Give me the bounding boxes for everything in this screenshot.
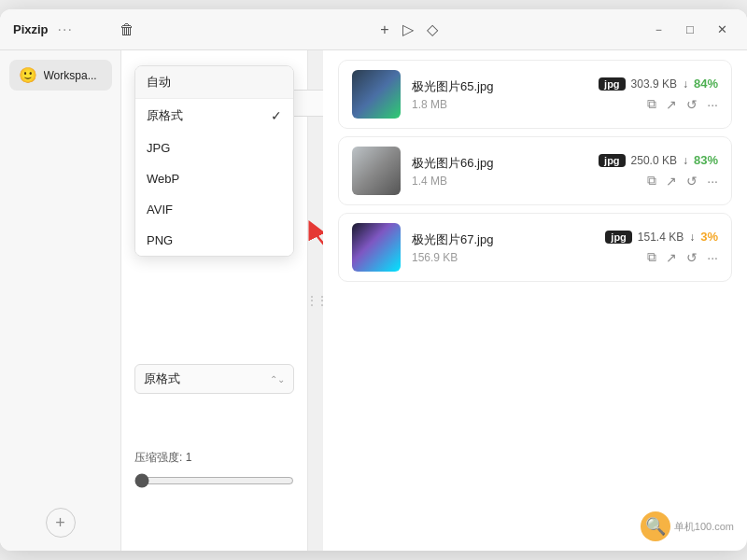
watermark-logo: 🔍 (641, 511, 670, 541)
file-size-orig-2: 1.4 MB (412, 175, 587, 188)
main-content: 🙂 Workspa... + 图标 名称 🙂 宽 高 (0, 50, 747, 551)
file-meta-2: jpg 250.0 KB ↓ 83% ⧉ ↗ ↺ ··· (599, 153, 718, 189)
sidebar-bottom: + (46, 91, 76, 551)
file-info-3: 极光图片67.jpg 156.9 KB (412, 231, 594, 264)
file-thumb-2 (352, 147, 401, 195)
settings-panel: 图标 名称 🙂 宽 高 自动 原格式 ✓ (121, 50, 308, 551)
refresh-button-1[interactable]: ↺ (686, 97, 698, 112)
diamond-icon[interactable]: ◇ (427, 21, 438, 38)
percent-badge-2: 83% (694, 153, 718, 167)
file-list-container: 极光图片65.jpg 1.8 MB jpg 303.9 KB ↓ 84% ⧉ ↗ (323, 50, 747, 551)
app-menu-dots[interactable]: ··· (58, 21, 73, 38)
watermark: 🔍 单机100.com (641, 511, 734, 541)
file-actions-3: ⧉ ↗ ↺ ··· (647, 249, 718, 265)
more-button-2[interactable]: ··· (707, 174, 718, 189)
format-dropdown-wrapper: 自动 原格式 ✓ JPG WebP AVIF PNG (134, 215, 294, 394)
file-name-2: 极光图片66.jpg (412, 155, 587, 172)
file-card-1: 极光图片65.jpg 1.8 MB jpg 303.9 KB ↓ 84% ⧉ ↗ (338, 60, 732, 129)
size-badge-2: 250.0 KB (631, 154, 677, 167)
format-badge-1: jpg (599, 77, 626, 91)
dropdown-jpg-option[interactable]: JPG (135, 133, 293, 163)
file-badges-2: jpg 250.0 KB ↓ 83% (599, 153, 718, 167)
workspace-icon: 🙂 (19, 66, 37, 84)
maximize-button[interactable]: □ (678, 18, 702, 42)
open-button-3[interactable]: ↗ (666, 250, 677, 265)
arrow-icon-2: ↓ (683, 154, 688, 167)
format-badge-2: jpg (599, 154, 626, 167)
file-badges-1: jpg 303.9 KB ↓ 84% (599, 77, 718, 91)
check-icon: ✓ (271, 108, 282, 123)
file-list: 极光图片65.jpg 1.8 MB jpg 303.9 KB ↓ 84% ⧉ ↗ (323, 50, 747, 291)
file-size-orig-1: 1.8 MB (412, 98, 587, 111)
format-dropdown-menu: 自动 原格式 ✓ JPG WebP AVIF PNG (134, 65, 294, 257)
dropdown-avif-option[interactable]: AVIF (135, 194, 293, 225)
file-name-1: 极光图片65.jpg (412, 78, 587, 95)
file-thumb-1 (352, 70, 401, 119)
workspace-name: Workspa... (44, 69, 97, 82)
close-button[interactable]: ✕ (710, 18, 734, 42)
app-window: Pixzip ··· 🗑 + ▷ ◇ － □ ✕ 🙂 Workspa... + (0, 9, 747, 551)
refresh-button-2[interactable]: ↺ (686, 174, 698, 189)
trash-icon[interactable]: 🗑 (120, 21, 134, 38)
play-icon[interactable]: ▷ (402, 21, 414, 38)
dropdown-arrows-icon: ⌃⌄ (270, 374, 285, 385)
copy-button-3[interactable]: ⧉ (647, 249, 656, 265)
file-card-3: 极光图片67.jpg 156.9 KB jpg 151.4 KB ↓ 3% ⧉ … (338, 213, 732, 282)
sidebar: 🙂 Workspa... + (0, 50, 121, 551)
file-actions-2: ⧉ ↗ ↺ ··· (647, 173, 718, 189)
copy-button-1[interactable]: ⧉ (647, 96, 656, 112)
size-badge-3: 151.4 KB (638, 231, 684, 244)
open-button-1[interactable]: ↗ (666, 97, 677, 112)
arrow-icon-1: ↓ (683, 77, 688, 91)
file-size-orig-3: 156.9 KB (412, 251, 594, 264)
window-controls: － □ ✕ (646, 18, 734, 42)
file-badges-3: jpg 151.4 KB ↓ 3% (605, 230, 718, 244)
file-actions-1: ⧉ ↗ ↺ ··· (647, 96, 718, 112)
more-button-3[interactable]: ··· (707, 250, 718, 265)
add-icon[interactable]: + (380, 21, 388, 38)
file-card-2: 极光图片66.jpg 1.4 MB jpg 250.0 KB ↓ 83% ⧉ ↗ (338, 136, 732, 205)
file-name-3: 极光图片67.jpg (412, 231, 594, 248)
percent-badge-1: 84% (694, 77, 718, 91)
toolbar-right: + ▷ ◇ (380, 21, 437, 38)
file-meta-1: jpg 303.9 KB ↓ 84% ⧉ ↗ ↺ ··· (599, 77, 718, 112)
watermark-text: 单机100.com (674, 520, 734, 534)
dropdown-png-option[interactable]: PNG (135, 225, 293, 256)
dropdown-auto-option[interactable]: 自动 (135, 66, 293, 99)
more-button-1[interactable]: ··· (707, 97, 718, 112)
selected-format-label: 原格式 (144, 371, 180, 387)
drag-handle[interactable]: ⋮⋮ (308, 50, 323, 551)
format-dropdown-selected[interactable]: 原格式 ⌃⌄ (134, 364, 294, 394)
add-workspace-button[interactable]: + (46, 508, 76, 538)
copy-button-2[interactable]: ⧉ (647, 173, 656, 189)
toolbar: 🗑 (120, 21, 134, 38)
file-info-1: 极光图片65.jpg 1.8 MB (412, 78, 587, 111)
dropdown-webp-option[interactable]: WebP (135, 163, 293, 194)
workspace-item[interactable]: 🙂 Workspa... (9, 60, 112, 91)
file-meta-3: jpg 151.4 KB ↓ 3% ⧉ ↗ ↺ ··· (605, 230, 718, 265)
compression-slider[interactable] (134, 473, 294, 488)
app-name: Pixzip (13, 22, 49, 36)
open-button-2[interactable]: ↗ (666, 174, 677, 189)
titlebar: Pixzip ··· 🗑 + ▷ ◇ － □ ✕ (0, 9, 747, 50)
dropdown-yuangs-option[interactable]: 原格式 ✓ (135, 99, 293, 133)
arrow-icon-3: ↓ (689, 231, 695, 244)
format-badge-3: jpg (605, 231, 632, 244)
compression-section: 压缩强度: 1 (134, 450, 294, 492)
compression-label: 压缩强度: 1 (134, 450, 294, 466)
minimize-button[interactable]: － (646, 18, 670, 42)
file-thumb-3 (352, 223, 401, 272)
percent-badge-3: 3% (700, 230, 718, 244)
size-badge-1: 303.9 KB (631, 77, 677, 91)
refresh-button-3[interactable]: ↺ (686, 250, 698, 265)
file-info-2: 极光图片66.jpg 1.4 MB (412, 155, 587, 188)
